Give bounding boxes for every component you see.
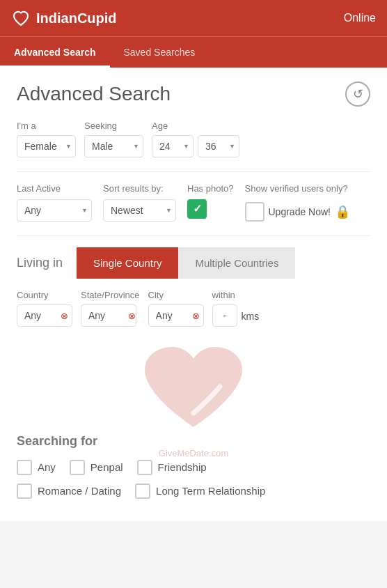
country-label: Country [17, 290, 72, 300]
last-active-label: Last Active [17, 183, 92, 195]
city-select[interactable]: Any [148, 304, 204, 327]
age-group: Age 24 182022 36 3032343840 [152, 121, 239, 157]
nav-tabs: Advanced Search Saved Searches [0, 36, 387, 68]
has-photo-checkbox[interactable] [187, 199, 207, 219]
single-country-btn[interactable]: Single Country [77, 247, 178, 279]
checkbox-penpal[interactable]: Penpal [70, 460, 123, 475]
state-group: State/Province Any [81, 290, 140, 327]
sort-by-label: Sort results by: [103, 183, 176, 195]
heart-watermark-icon [138, 343, 249, 441]
seeking-label: Seeking [84, 121, 143, 131]
upgrade-row: Upgrade Now! 🔒 [245, 202, 351, 222]
searching-row-2: Romance / Dating Long Term Relationship [17, 483, 370, 499]
checkbox-long-term-label: Long Term Relationship [156, 485, 265, 497]
living-in-label: Living in [17, 256, 65, 270]
checkbox-friendship-box[interactable] [137, 460, 152, 475]
checkbox-romance[interactable]: Romance / Dating [17, 483, 121, 499]
state-label: State/Province [81, 290, 140, 300]
city-label: City [148, 290, 204, 300]
divider-2 [17, 235, 370, 236]
within-label: within [212, 290, 235, 300]
basic-filters-row: I'm a Female Male Seeking Male Female Ag… [17, 121, 370, 157]
upgrade-text[interactable]: Upgrade Now! [269, 206, 331, 217]
living-in-row: Living in Single Country Multiple Countr… [17, 247, 370, 279]
within-value: - [212, 304, 237, 327]
age-to-select-wrapper: 36 3032343840 [198, 135, 239, 157]
location-row: Country Any State/Province Any City Any [17, 290, 370, 327]
searching-for-section: Searching for Any Penpal Friendship Roma… [17, 434, 370, 499]
country-toggle-group: Single Country Multiple Countries [77, 247, 295, 279]
checkbox-penpal-label: Penpal [90, 461, 123, 473]
kms-label: kms [242, 311, 260, 327]
city-select-wrapper: Any [148, 304, 204, 327]
show-verified-checkbox[interactable] [245, 202, 264, 222]
im-a-select-wrapper: Female Male [17, 135, 76, 157]
checkbox-any[interactable]: Any [17, 460, 56, 475]
last-active-group: Last Active Any Today This week This mon… [17, 183, 92, 222]
checkbox-any-box[interactable] [17, 460, 32, 475]
tab-saved-searches[interactable]: Saved Searches [110, 37, 210, 68]
country-group: Country Any [17, 290, 72, 327]
checkbox-any-label: Any [38, 461, 56, 473]
page-title: Advanced Search [17, 83, 171, 105]
seeking-select[interactable]: Male Female [84, 135, 143, 157]
age-from-select[interactable]: 24 182022 [152, 135, 194, 157]
checkbox-friendship[interactable]: Friendship [137, 460, 207, 475]
app-header: IndianCupid Online [0, 0, 387, 36]
seeking-select-wrapper: Male Female [84, 135, 143, 157]
country-select-wrapper: Any [17, 304, 72, 327]
multiple-countries-btn[interactable]: Multiple Countries [178, 247, 295, 279]
last-active-select-wrapper: Any Today This week This month [17, 199, 92, 222]
sort-by-group: Sort results by: Newest Oldest Relevance [103, 183, 176, 222]
online-status: Online [344, 12, 376, 24]
im-a-label: I'm a [17, 121, 76, 131]
checkbox-penpal-box[interactable] [70, 460, 85, 475]
sort-by-select-wrapper: Newest Oldest Relevance [103, 199, 176, 222]
seeking-group: Seeking Male Female [84, 121, 143, 157]
im-a-select[interactable]: Female Male [17, 135, 76, 157]
sort-by-select[interactable]: Newest Oldest Relevance [103, 199, 176, 222]
searching-for-title: Searching for [17, 434, 370, 449]
checkbox-friendship-label: Friendship [158, 461, 207, 473]
logo-heart-icon [11, 8, 31, 28]
im-a-group: I'm a Female Male [17, 121, 76, 157]
within-group: within - kms [212, 290, 260, 327]
divider-1 [17, 171, 370, 172]
last-active-select[interactable]: Any Today This week This month [17, 199, 92, 222]
state-select-wrapper: Any [81, 304, 140, 327]
checkbox-romance-box[interactable] [17, 483, 32, 499]
logo[interactable]: IndianCupid [11, 8, 117, 28]
secondary-filters-row: Last Active Any Today This week This mon… [17, 183, 370, 222]
age-to-select[interactable]: 36 3032343840 [198, 135, 239, 157]
lock-icon: 🔒 [335, 204, 350, 219]
heart-watermark-container [17, 343, 370, 427]
checkbox-long-term-box[interactable] [135, 483, 150, 499]
state-select[interactable]: Any [81, 304, 136, 327]
show-verified-label: Show verified users only? [245, 183, 351, 195]
has-photo-group: Has photo? [187, 183, 234, 219]
page-title-row: Advanced Search ↺ [17, 82, 370, 107]
country-select[interactable]: Any [17, 304, 72, 327]
searching-row-1: Any Penpal Friendship [17, 460, 370, 475]
city-group: City Any [148, 290, 204, 327]
app-name: IndianCupid [36, 10, 117, 26]
age-from-select-wrapper: 24 182022 [152, 135, 194, 157]
checkbox-long-term[interactable]: Long Term Relationship [135, 483, 265, 499]
tab-advanced-search[interactable]: Advanced Search [0, 37, 110, 68]
reset-button[interactable]: ↺ [345, 82, 370, 107]
main-content: Advanced Search ↺ I'm a Female Male Seek… [0, 68, 387, 521]
age-label: Age [152, 121, 239, 131]
show-verified-group: Show verified users only? Upgrade Now! 🔒 [245, 183, 351, 222]
has-photo-label: Has photo? [187, 183, 234, 195]
checkbox-romance-label: Romance / Dating [38, 485, 121, 497]
